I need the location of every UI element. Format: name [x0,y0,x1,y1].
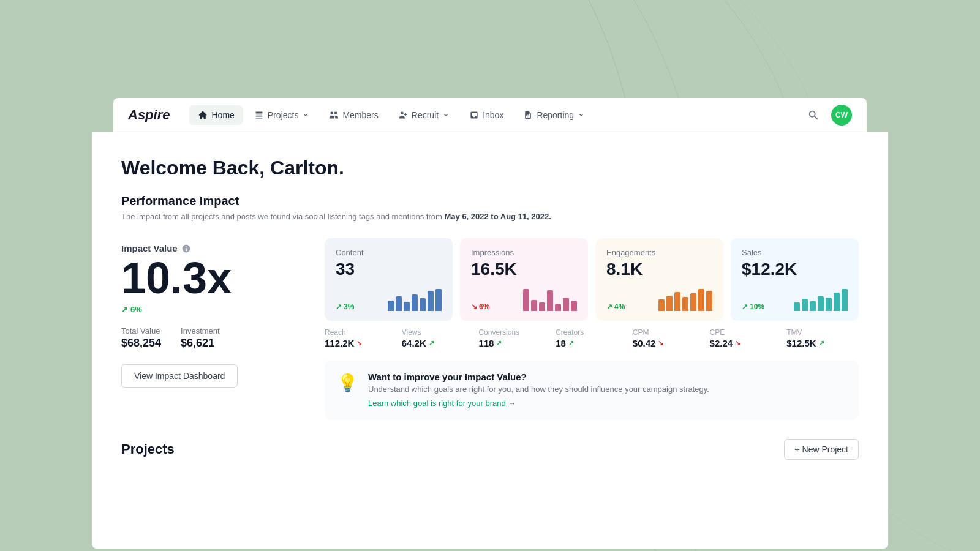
nav-items: Home Projects Members Recruit [189,105,803,125]
metric-value-content: 33 [336,260,442,279]
chart-bar [794,302,800,311]
impact-value-label: Impact Value [121,243,178,253]
chart-bar [412,294,418,311]
list-icon [254,110,264,120]
nav-item-reporting[interactable]: Reporting [514,105,594,125]
impact-trend: ↗ 6% [121,305,142,314]
trend-value: 10% [750,302,764,311]
trend-arrow-icon: ↗ [336,302,342,311]
metric-footer-engagements: ↗ 4% [606,289,712,311]
sec-trend-arrow-icon: ↘ [735,339,741,347]
metric-trend-content: ↗ 3% [336,302,354,311]
sec-stat-label: CPM [633,328,705,337]
chart-bar [802,299,808,311]
mini-chart-sales [794,289,848,311]
chart-bar [818,296,824,311]
metric-value-engagements: 8.1K [606,260,712,279]
sec-trend-arrow-icon: ↗ [568,339,574,347]
nav-item-inbox[interactable]: Inbox [461,105,512,125]
secondary-stat-cpm: CPM $0.42 ↘ [633,328,705,348]
metric-card-engagements: Engagements 8.1K ↗ 4% [595,238,723,321]
search-button[interactable] [803,105,824,126]
members-icon [329,110,339,120]
recruit-chevron-icon [442,111,450,119]
sec-stat-label: Creators [556,328,628,337]
trend-value: 4% [614,302,625,311]
sec-stat-value: $2.24 ↘ [710,338,782,348]
nav-projects-label: Projects [268,110,299,120]
sec-trend-arrow-icon: ↘ [356,339,362,347]
chart-bar [563,298,569,311]
nav-item-members[interactable]: Members [320,105,386,125]
reporting-icon [523,110,533,120]
total-value-label: Total Value [121,326,161,335]
secondary-stat-tmv: TMV $12.5K ↗ [786,328,859,348]
secondary-stat-creators: Creators 18 ↗ [556,328,628,348]
performance-grid: Impact Value 10.3x ↗ 6% Total Value $68,… [121,238,859,419]
secondary-stat-views: Views 64.2K ↗ [402,328,474,348]
chart-bar [674,292,680,311]
chart-bar [555,304,561,311]
chart-bar [539,302,545,311]
chart-bar [388,301,394,311]
chart-bar [842,289,848,311]
logo: Aspire [128,107,170,123]
investment-stat: Investment $6,621 [181,326,220,350]
chart-bar [658,299,665,311]
tip-card: 💡 Want to improve your Impact Value? Und… [325,361,859,419]
user-avatar[interactable]: CW [831,105,852,126]
content-area: Welcome Back, Carlton. Performance Impac… [92,132,888,549]
metric-footer-sales: ↗ 10% [742,289,848,311]
sec-stat-label: CPE [710,328,782,337]
inbox-icon [469,110,479,120]
nav-item-home[interactable]: Home [189,105,243,125]
total-value: $68,254 [121,337,161,350]
nav-item-projects[interactable]: Projects [246,105,318,125]
tip-content: Want to improve your Impact Value? Under… [368,372,709,408]
info-icon[interactable] [181,244,191,253]
metric-trend-sales: ↗ 10% [742,302,764,311]
sec-trend-arrow-icon: ↗ [429,339,434,347]
secondary-stat-conversions: Conversions 118 ↗ [478,328,551,348]
chart-bar [571,301,577,311]
total-value-stat: Total Value $68,254 [121,326,161,350]
lightbulb-icon: 💡 [337,373,358,393]
impact-value-card: Impact Value 10.3x ↗ 6% Total Value $68,… [121,238,305,419]
navbar: Aspire Home Projects Members [113,98,867,132]
trend-up-arrow-icon: ↗ [121,305,128,314]
home-icon [198,110,208,120]
investment-label: Investment [181,326,220,335]
metric-footer-impressions: ↘ 6% [471,289,577,311]
nav-home-label: Home [211,110,234,120]
sec-trend-arrow-icon: ↗ [496,339,502,347]
chart-bar [690,293,696,311]
new-project-button[interactable]: + New Project [784,439,859,460]
metric-trend-engagements: ↗ 4% [606,302,625,311]
mini-chart-engagements [658,289,712,311]
impact-stats: Total Value $68,254 Investment $6,621 [121,326,220,350]
chart-bar [666,296,673,311]
metric-label-sales: Sales [742,248,848,257]
metric-label-impressions: Impressions [471,248,577,257]
trend-arrow-icon: ↘ [471,302,477,311]
recruit-icon [398,110,408,120]
metric-label-engagements: Engagements [606,248,712,257]
metric-trend-impressions: ↘ 6% [471,302,489,311]
sec-trend-arrow-icon: ↗ [819,339,824,347]
sec-stat-label: TMV [786,328,859,337]
reporting-chevron-icon [578,111,585,119]
projects-title: Projects [121,441,175,457]
view-dashboard-button[interactable]: View Impact Dashboard [121,364,238,388]
nav-item-recruit[interactable]: Recruit [390,105,458,125]
main-container: Welcome Back, Carlton. Performance Impac… [80,0,900,551]
metric-value-impressions: 16.5K [471,260,577,279]
nav-right: CW [803,105,852,126]
chart-bar [531,300,537,311]
sec-stat-label: Conversions [478,328,551,337]
performance-date-range: May 6, 2022 to Aug 11, 2022. [444,212,551,221]
tip-link[interactable]: Learn which goal is right for your brand… [368,399,516,408]
chart-bar [698,289,704,311]
sec-stat-label: Views [402,328,474,337]
chart-bar [420,298,426,311]
chart-bar [523,289,529,311]
